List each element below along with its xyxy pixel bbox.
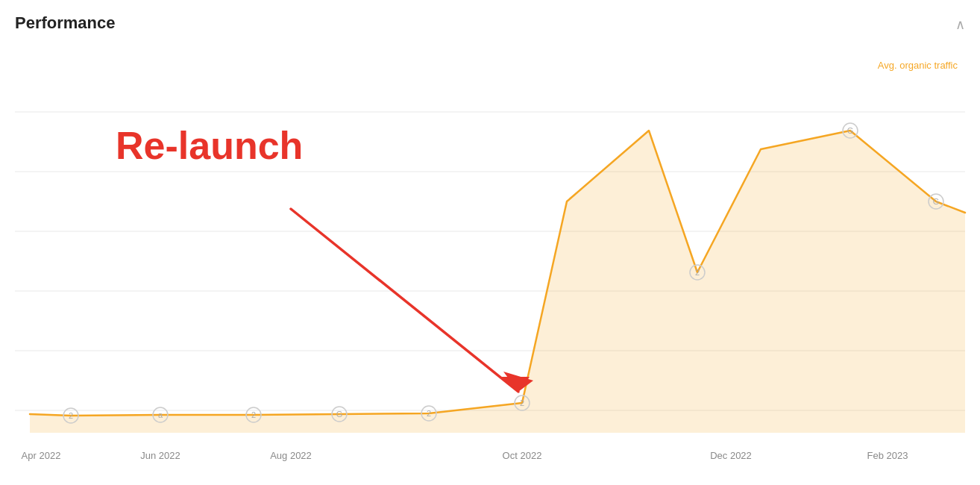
- svg-text:Oct 2022: Oct 2022: [503, 450, 542, 461]
- chart-container: Avg. organic traffic 2 a 2 G 2 2 2 G G: [0, 52, 980, 485]
- svg-text:2: 2: [69, 411, 73, 420]
- svg-text:Feb 2023: Feb 2023: [867, 450, 908, 461]
- svg-text:G: G: [933, 197, 940, 206]
- svg-text:2: 2: [427, 409, 431, 418]
- svg-text:a: a: [158, 410, 163, 419]
- performance-chart: 2 a 2 G 2 2 2 G G Apr 2022 Jun 2022 Aug …: [0, 52, 980, 485]
- svg-text:Dec 2022: Dec 2022: [710, 450, 752, 461]
- svg-text:2: 2: [520, 398, 524, 407]
- svg-text:2: 2: [251, 410, 256, 419]
- svg-text:Jun 2022: Jun 2022: [140, 450, 180, 461]
- svg-text:Aug 2022: Aug 2022: [270, 450, 312, 461]
- svg-text:Apr 2022: Apr 2022: [22, 450, 61, 461]
- svg-text:G: G: [847, 126, 854, 135]
- svg-text:G: G: [336, 410, 343, 419]
- collapse-icon[interactable]: ∧: [955, 16, 965, 33]
- page-title: Performance: [15, 13, 116, 33]
- svg-line-30: [291, 209, 518, 392]
- svg-text:2: 2: [695, 268, 700, 277]
